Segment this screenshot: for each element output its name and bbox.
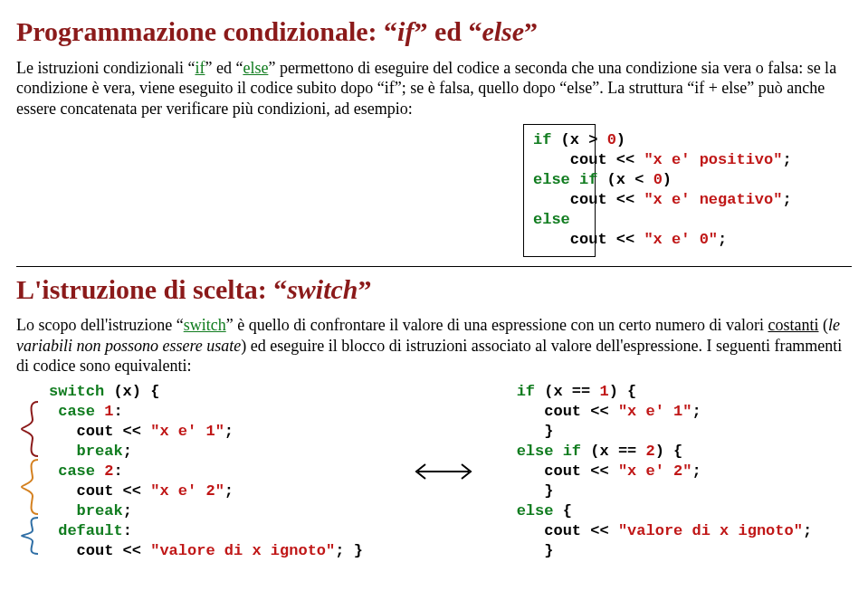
code-text: ; <box>718 231 727 248</box>
code-kw: if <box>517 383 535 400</box>
para-switch: Lo scopo dell'istruzione “switch” è quel… <box>16 315 852 376</box>
brace-icon <box>18 516 42 556</box>
code-text: ; <box>692 462 701 480</box>
code-text: cout << <box>533 231 644 248</box>
heading-text: L'istruzione di scelta: “ <box>16 274 287 304</box>
code-text: ) <box>663 171 672 188</box>
arrow-column <box>403 382 484 562</box>
para-text: Lo scopo dell'istruzione “ <box>16 316 184 334</box>
code-text: ) { <box>655 443 683 460</box>
section-if-else: Programmazione condizionale: “if” ed “el… <box>16 14 852 257</box>
heading-text-post: ” <box>358 274 372 304</box>
code-text: } <box>517 423 554 440</box>
code-text: ; <box>782 151 791 168</box>
code-text: } <box>517 542 554 559</box>
code-text: } <box>517 482 554 500</box>
heading-kw-if: if <box>397 16 414 46</box>
code-kw: break <box>49 502 123 519</box>
code-str: "x e' negativo" <box>644 191 782 208</box>
code-text: cout << <box>517 462 618 480</box>
code-text: ) { <box>609 383 637 400</box>
code-str: "x e' 1" <box>618 403 692 420</box>
codeblock-switch: switch (x) { case 1: cout << "x e' 1"; b… <box>49 382 403 562</box>
code-columns: switch (x) { case 1: cout << "x e' 1"; b… <box>16 382 852 562</box>
code-kw: switch <box>49 383 104 400</box>
para-text: ” ed “ <box>205 59 243 77</box>
para-text: Le istruzioni condizionali “ <box>16 59 195 77</box>
code-kw: else if <box>517 443 581 460</box>
heading-kw-else: else <box>482 16 524 46</box>
divider <box>16 266 852 267</box>
para-text: ( <box>819 316 829 334</box>
code-text: ; } <box>335 542 363 559</box>
kw-if: if <box>195 59 205 77</box>
code-text <box>95 462 104 480</box>
code-str: "x e' 2" <box>150 482 224 500</box>
if-else-column: if (x == 1) { cout << "x e' 1"; } else i… <box>484 382 852 562</box>
code-text <box>95 403 104 420</box>
code-kw: if <box>533 131 551 148</box>
heading-text-post: ” <box>524 16 538 46</box>
kw-switch: switch <box>184 316 226 334</box>
switch-column: switch (x) { case 1: cout << "x e' 1"; b… <box>16 382 403 562</box>
code-text: cout << <box>49 423 150 440</box>
code-kw: case <box>49 403 95 420</box>
code-text: ; <box>692 403 701 420</box>
code-text: cout << <box>517 522 618 539</box>
brace-icon <box>18 400 42 458</box>
code-text: ; <box>123 502 132 519</box>
code-str: "valore di x ignoto" <box>618 522 803 539</box>
brace-icon <box>18 458 42 516</box>
code-text: ; <box>224 423 234 440</box>
heading-text: Programmazione condizionale: “ <box>16 16 397 46</box>
code-num: 0 <box>653 171 663 188</box>
code-kw: else <box>533 211 570 228</box>
code-str: "x e' positivo" <box>644 151 782 168</box>
heading-if-else: Programmazione condizionale: “if” ed “el… <box>16 14 852 49</box>
codebox-if-else: if (x > 0) cout << "x e' positivo"; else… <box>523 124 596 257</box>
code-text: cout << <box>533 191 644 208</box>
code-kw: else if <box>533 171 597 188</box>
code-kw: break <box>49 443 123 460</box>
code-text: cout << <box>533 151 644 168</box>
codeblock-ifelse-equiv: if (x == 1) { cout << "x e' 1"; } else i… <box>517 382 852 562</box>
heading-text-mid: ” ed “ <box>414 16 482 46</box>
code-text: (x > <box>551 131 606 148</box>
code-text: ; <box>224 482 234 500</box>
double-arrow-icon <box>407 457 480 486</box>
code-text: (x == <box>535 383 599 400</box>
code-text: : <box>113 462 122 480</box>
kw-else: else <box>243 59 268 77</box>
para-if-else: Le istruzioni condizionali “if” ed “else… <box>16 58 852 119</box>
code-text: cout << <box>49 542 150 559</box>
code-text: ; <box>803 522 812 539</box>
code-text: ; <box>123 443 132 460</box>
code-num: 2 <box>104 462 113 480</box>
para-text: ” è quello di confrontare il valore di u… <box>226 316 768 334</box>
code-text: { <box>553 502 571 519</box>
code-kw: case <box>49 462 95 480</box>
code-text: : <box>123 522 132 539</box>
code-text: cout << <box>49 482 150 500</box>
code-text: ; <box>782 191 791 208</box>
code-text: cout << <box>517 403 618 420</box>
underline-costanti: costanti <box>768 316 819 334</box>
code-num: 1 <box>599 383 608 400</box>
code-text: ) <box>616 131 625 148</box>
code-str: "x e' 1" <box>150 423 224 440</box>
case-braces <box>18 400 42 556</box>
code-str: "valore di x ignoto" <box>150 542 335 559</box>
heading-kw-switch: switch <box>287 274 358 304</box>
code-num: 2 <box>646 443 655 460</box>
code-text: : <box>113 403 122 420</box>
code-str: "x e' 0" <box>644 231 718 248</box>
code-text: (x) { <box>104 383 159 400</box>
code-kw: else <box>517 502 554 519</box>
heading-switch: L'istruzione di scelta: “switch” <box>16 272 852 307</box>
code-num: 0 <box>607 131 616 148</box>
code-str: "x e' 2" <box>618 462 692 480</box>
code-text: (x < <box>597 171 653 188</box>
code-num: 1 <box>104 403 113 420</box>
code-kw: default <box>49 522 123 539</box>
code-text: (x == <box>581 443 645 460</box>
